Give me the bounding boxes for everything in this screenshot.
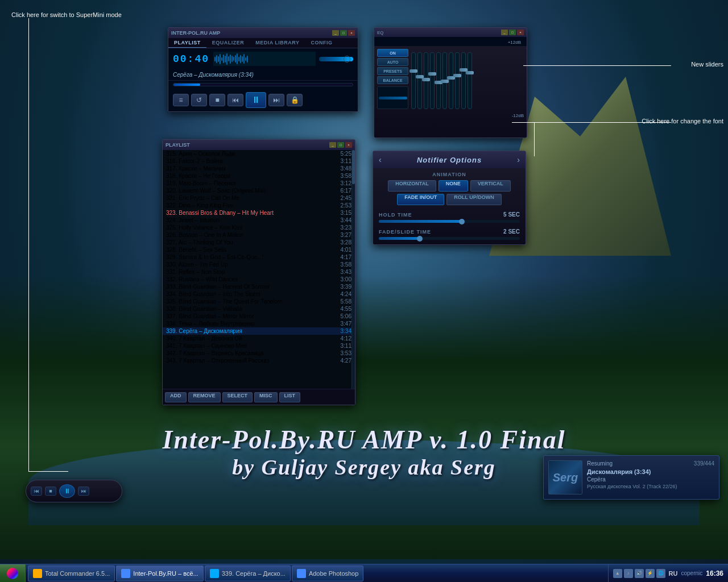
playlist-item[interactable]: 325. Holly Valance – Kiss Kiss3:23 [163,224,355,231]
eq-slider-4[interactable] [430,52,435,109]
playlist-scrollbar[interactable] [351,150,355,389]
eq-auto-btn[interactable]: AUTO [377,58,408,66]
player-close-btn[interactable]: × [348,30,355,36]
playlist-list-btn[interactable]: LIST [279,392,301,402]
eq-slider-5[interactable] [436,52,441,109]
player-minimize-btn[interactable]: _ [332,30,339,36]
playlist-remove-btn[interactable]: REMOVE [188,392,221,402]
mini-next-btn[interactable]: ⏭ [78,487,89,496]
mini-prev-btn[interactable]: ⏮ [31,487,42,496]
next-btn[interactable]: ⏭ [268,94,284,106]
tab-equalizer[interactable]: EQUALIZER [206,38,250,48]
playlist-item[interactable]: 337. Blind Guardian – Mirror Mirror5:06 [163,313,355,320]
playlist-maximize-btn[interactable]: □ [337,142,344,148]
taskbar-item-total-commander[interactable]: Total Commander 6.5... [28,566,115,581]
notifier-prev-btn[interactable]: ‹ [379,155,382,164]
notif-horizontal-btn[interactable]: HORIZONTAL [388,180,436,192]
taskbar-item-interpol[interactable]: Inter-Pol.By.RU – всё... [116,566,203,581]
playlist-item[interactable]: 330. Alizee – I'm Fed Up3:58 [163,261,355,268]
playlist-item[interactable]: 319. Maxi-Boom – Песенка3:12 [163,180,355,187]
playlist-item[interactable]: 317. Краски – Мальчик3:48 [163,165,355,172]
balance-slider-track[interactable] [379,97,407,99]
mini-stop-btn[interactable]: ■ [45,487,56,496]
playlist-minimize-btn[interactable]: _ [329,142,336,148]
playlist-item[interactable]: 323. Benassi Bros & Dhany – Hit My Heart… [163,209,355,217]
playlist-close-btn[interactable]: × [345,142,352,148]
playlist-item[interactable]: 328. Benefit – Sex Sells4:01 [163,246,355,253]
eq-maximize-btn[interactable]: □ [509,30,516,35]
playlist-item[interactable]: 339. Серёга – Дискомалярия3:34 [163,327,355,335]
tray-icon-4[interactable]: ⚡ [646,569,655,578]
taskbar-item-photoshop[interactable]: Adobe Photoshop [292,566,363,581]
repeat-btn[interactable]: ↺ [191,94,207,106]
mini-play-btn[interactable]: ⏸ [59,484,75,498]
play-pause-btn[interactable]: ⏸ [246,92,266,108]
player-volume[interactable] [319,57,353,61]
eq-slider-10[interactable] [468,52,472,109]
playlist-item[interactable]: 331. Reflex – Non Stop3:43 [163,268,355,276]
playlist-item[interactable]: 315. Ария – Осколок Льда5:25 [163,150,355,157]
eq-presets-btn[interactable]: PRESETS [377,67,408,75]
playlist-item[interactable]: 326. Bosson – One In A Million3:27 [163,231,355,239]
tray-icon-2[interactable]: ♪ [624,569,633,578]
playlist-item[interactable]: 320. Laurent Wolf – Saxo (Original Mix)6… [163,187,355,194]
notif-vertical-btn[interactable]: VERTICAL [470,180,511,192]
tab-playlist[interactable]: PLAYLIST [168,38,206,48]
eq-slider-3[interactable] [424,52,428,109]
eq-close-btn[interactable]: × [517,30,524,35]
player-maximize-btn[interactable]: □ [340,30,347,36]
playlist-item[interactable]: 334. Blind Guardian – Into The Storm4:24 [163,290,355,298]
playlist-item[interactable]: 341. 7 Квартал – Одиноко Мне3:11 [163,342,355,350]
eq-slider-7[interactable] [449,52,453,109]
progress-bar-wrap[interactable] [168,81,358,89]
tray-icon-5[interactable]: 🌐 [656,569,665,578]
playlist-item[interactable]: 324. Jewel – Intuition3:44 [163,217,355,224]
notif-none-btn[interactable]: NONE [439,180,468,192]
playlist-item[interactable]: 340. 7 Квартал – Девочка Ой4:12 [163,335,355,342]
playlist-item[interactable]: 318. Краски – Не Говори3:58 [163,172,355,180]
eq-knob-8[interactable] [453,74,461,77]
notif-fadeinout-btn[interactable]: FADE IN/OUT [397,194,444,205]
eq-knob-3[interactable] [422,78,430,81]
eq-slider-9[interactable] [461,52,466,109]
eq-slider-6[interactable] [442,52,447,109]
playlist-misc-btn[interactable]: MISC [254,392,278,402]
playlist-item[interactable]: 333. Blind Guardian – Harvest Of Sorrow3… [163,283,355,290]
tab-media-library[interactable]: MEDIA LIBRARY [250,38,305,48]
eq-knob-10[interactable] [466,71,474,74]
tray-icon-3[interactable]: 🔊 [635,569,644,578]
playlist-item[interactable]: 336. Blind Guardian – Valhalla4:55 [163,305,355,313]
eq-knob-1[interactable] [410,69,417,73]
eq-minimize-btn[interactable]: _ [501,30,508,35]
prev-btn[interactable]: ⏮ [228,94,243,106]
tray-icon-1[interactable]: ▲ [613,569,622,578]
notifier-fade-knob[interactable] [417,236,423,242]
playlist-item[interactable]: 338. Тема – Любовь Внутривенно3:47 [163,320,355,327]
notif-rollupdown-btn[interactable]: ROLL UP/DOWN [446,194,501,205]
playlist-item[interactable]: 342. 7 Квартал – Вернись Красавица3:53 [163,350,355,357]
playlist-item[interactable]: 329. Samira & In Grid – Est-Ce-Que...!4:… [163,253,355,261]
playlist-item[interactable]: 321. Eric Prydz – Call On Me2:45 [163,194,355,202]
eq-knob-6[interactable] [441,80,449,83]
playlist-item[interactable]: 335. Blind Guardian – The Quest For Tane… [163,298,355,305]
notifier-hold-knob[interactable] [459,219,465,225]
playlist-item[interactable]: 332. Ruslana – Wild Dances3:00 [163,276,355,283]
eq-slider-8[interactable] [455,52,460,109]
playlist-select-btn[interactable]: SELECT [222,392,253,402]
eq-balance-slider[interactable] [377,86,408,109]
eq-on-btn[interactable]: ON [377,49,408,57]
playlist-scroll-thumb[interactable] [352,150,355,184]
start-button[interactable] [0,564,26,583]
taskbar-item-sergega[interactable]: 339. Серёга – Диско... [205,566,291,581]
progress-bar[interactable] [173,83,353,86]
playlist-item[interactable]: 343. 7 Квартал – Откровенный Рассказ4:27 [163,357,355,364]
eq-slider-2[interactable] [417,52,422,109]
eq-slider-1[interactable] [411,52,416,109]
volume-knob[interactable] [344,56,350,63]
notifier-next-btn[interactable]: › [517,155,520,164]
eq-knob-4[interactable] [428,72,436,76]
playlist-item[interactable]: 316. Faktor-2 – Война3:11 [163,157,355,165]
menu-btn[interactable]: ≡ [173,94,189,106]
playlist-item[interactable]: 322. Dino – King King Five2:53 [163,202,355,209]
playlist-add-btn[interactable]: ADD [165,392,187,402]
